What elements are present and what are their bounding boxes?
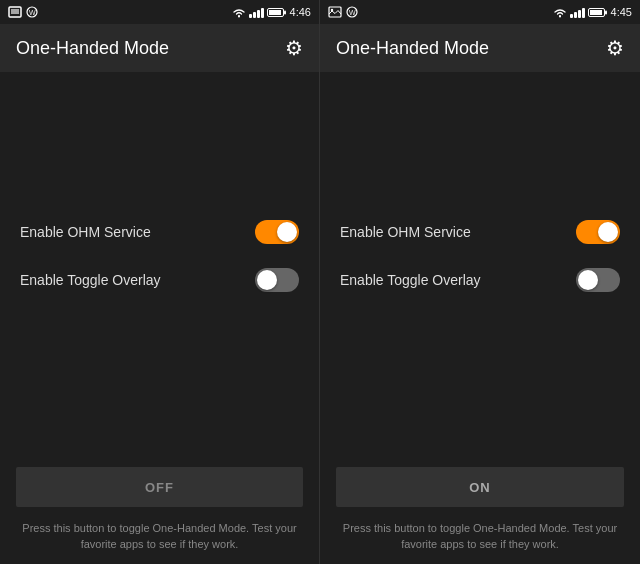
content-area-right: Enable OHM Service Enable Toggle Overlay bbox=[320, 72, 640, 459]
setting-item-overlay-right: Enable Toggle Overlay bbox=[320, 256, 640, 304]
app-header-left: One-Handed Mode ⚙ bbox=[0, 24, 319, 72]
bottom-section-left: OFF bbox=[0, 459, 319, 515]
setting-item-ohm-service-left: Enable OHM Service bbox=[0, 208, 319, 256]
footer-text-right: Press this button to toggle One-Handed M… bbox=[320, 515, 640, 564]
toggle-knob-3 bbox=[598, 222, 618, 242]
overlay-label-right: Enable Toggle Overlay bbox=[340, 272, 481, 288]
status-bar-left-icons: W bbox=[8, 6, 38, 18]
toggle-knob-4 bbox=[578, 270, 598, 290]
screen-left: W 4:46 bbox=[0, 0, 320, 564]
battery-icon bbox=[267, 7, 287, 18]
svg-rect-6 bbox=[269, 10, 281, 15]
phone-icon bbox=[8, 6, 22, 18]
toggle-knob bbox=[277, 222, 297, 242]
svg-rect-15 bbox=[590, 10, 602, 15]
svg-rect-7 bbox=[284, 10, 286, 14]
ohm-service-label-right: Enable OHM Service bbox=[340, 224, 471, 240]
toggle-knob-2 bbox=[257, 270, 277, 290]
svg-rect-16 bbox=[605, 10, 607, 14]
ohm-service-toggle-left[interactable] bbox=[255, 220, 299, 244]
ohm-service-toggle-right[interactable] bbox=[576, 220, 620, 244]
whatsapp-icon: W bbox=[26, 6, 38, 18]
mode-toggle-button-left[interactable]: OFF bbox=[16, 467, 303, 507]
app-title-right: One-Handed Mode bbox=[336, 38, 489, 59]
svg-text:W: W bbox=[29, 9, 36, 16]
app-title-left: One-Handed Mode bbox=[16, 38, 169, 59]
wifi-icon-2 bbox=[553, 7, 567, 18]
settings-list-right: Enable OHM Service Enable Toggle Overlay bbox=[320, 192, 640, 320]
svg-text:W: W bbox=[349, 9, 356, 16]
time-display-2: 4:45 bbox=[611, 6, 632, 18]
status-bar-right: W 4:45 bbox=[320, 0, 640, 24]
wifi-icon bbox=[232, 7, 246, 18]
gallery-icon bbox=[328, 6, 342, 18]
overlay-toggle-left[interactable] bbox=[255, 268, 299, 292]
ohm-service-label-left: Enable OHM Service bbox=[20, 224, 151, 240]
overlay-label-left: Enable Toggle Overlay bbox=[20, 272, 161, 288]
bottom-section-right: ON bbox=[320, 459, 640, 515]
whatsapp-icon-2: W bbox=[346, 6, 358, 18]
settings-gear-icon-right[interactable]: ⚙ bbox=[606, 36, 624, 60]
svg-rect-1 bbox=[11, 9, 19, 14]
time-display: 4:46 bbox=[290, 6, 311, 18]
screen-right: W 4:45 bbox=[320, 0, 640, 564]
settings-list-left: Enable OHM Service Enable Toggle Overlay bbox=[0, 192, 319, 320]
battery-icon-2 bbox=[588, 7, 608, 18]
content-area-left: Enable OHM Service Enable Toggle Overlay bbox=[0, 72, 319, 459]
signal-strength bbox=[249, 6, 264, 18]
overlay-toggle-right[interactable] bbox=[576, 268, 620, 292]
svg-point-4 bbox=[238, 15, 240, 17]
status-bar-right-left-icons: W bbox=[328, 6, 358, 18]
status-bar-left: W 4:46 bbox=[0, 0, 319, 24]
signal-strength-2 bbox=[570, 6, 585, 18]
settings-gear-icon-left[interactable]: ⚙ bbox=[285, 36, 303, 60]
status-bar-right-icons: 4:46 bbox=[232, 6, 311, 18]
app-header-right: One-Handed Mode ⚙ bbox=[320, 24, 640, 72]
setting-item-overlay-left: Enable Toggle Overlay bbox=[0, 256, 319, 304]
setting-item-ohm-service-right: Enable OHM Service bbox=[320, 208, 640, 256]
footer-text-left: Press this button to toggle One-Handed M… bbox=[0, 515, 319, 564]
status-bar-right-right-icons: 4:45 bbox=[553, 6, 632, 18]
svg-point-13 bbox=[559, 15, 561, 17]
mode-toggle-button-right[interactable]: ON bbox=[336, 467, 624, 507]
